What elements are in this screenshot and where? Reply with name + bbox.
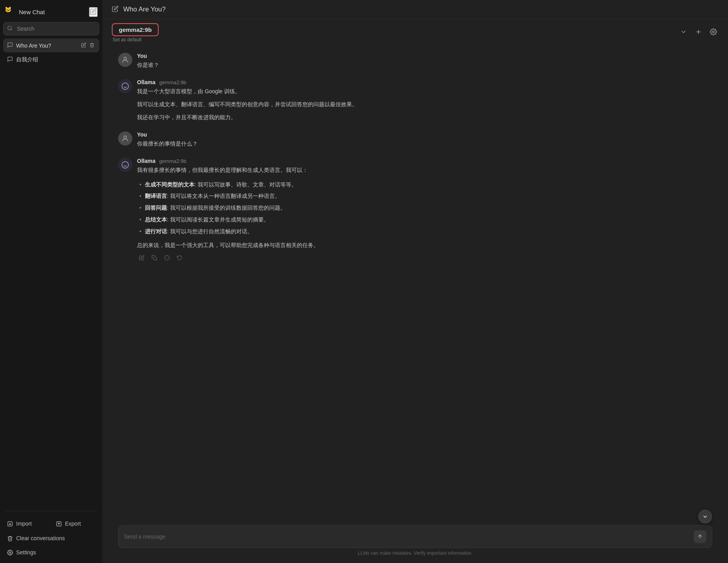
ollama-avatar-1 — [118, 79, 132, 93]
input-box — [118, 525, 712, 548]
model-selector-wrapper: gemma2:9b Set as default — [112, 23, 163, 42]
svg-point-6 — [9, 552, 11, 553]
export-label: Export — [65, 521, 81, 527]
chat-item-zi-wo-jie-shao[interactable]: 自我介绍 — [3, 53, 99, 66]
ollama-list: 生成不同类型的文本: 我可以写故事、诗歌、文章、对话等等。 翻译语言: 我可以将… — [137, 179, 712, 238]
sidebar-divider — [5, 511, 98, 511]
sidebar-footer: Import Export Clear conversations Settin… — [0, 514, 102, 563]
import-button[interactable]: Import — [3, 517, 50, 530]
model-selector-button[interactable]: gemma2:9b — [112, 23, 159, 36]
message-copy-button[interactable] — [150, 254, 159, 263]
message-row-user-1: You 你是谁？ — [118, 53, 712, 70]
user-avatar-2 — [118, 131, 132, 146]
ollama-para-3: 我还在学习中，并且不断改进我的能力。 — [137, 113, 712, 122]
settings-button[interactable]: Settings — [3, 546, 99, 559]
message-content-user-1: You 你是谁？ — [137, 53, 712, 70]
message-edit-button[interactable] — [137, 254, 146, 263]
chat-delete-button[interactable] — [89, 42, 95, 49]
message-paragraph: 你是谁？ — [137, 61, 712, 70]
model-tag-2: gemma2:9b — [159, 158, 187, 164]
svg-point-10 — [124, 57, 127, 60]
import-label: Import — [16, 521, 32, 527]
clear-conversations-button[interactable]: Clear conversations — [3, 532, 99, 545]
clear-conversations-label: Clear conversations — [16, 535, 65, 541]
message-row-ollama-1: Ollama gemma2:9b 我是一个大型语言模型，由 Google 训练。… — [118, 79, 712, 122]
new-chat-button[interactable] — [89, 7, 98, 17]
model-selector-area: gemma2:9b Set as default — [102, 19, 728, 45]
message-input[interactable] — [124, 533, 690, 540]
chat-item-label-2: 自我介绍 — [16, 56, 95, 63]
svg-rect-16 — [154, 257, 157, 260]
app-logo-icon: 🐱 — [5, 6, 16, 17]
message-info-button[interactable] — [162, 254, 172, 263]
model-controls — [678, 27, 719, 39]
message-content-user-2: You 你最擅长的事情是什么？ — [137, 131, 712, 148]
message-row-user-2: You 你最擅长的事情是什么？ — [118, 131, 712, 148]
user-avatar-1 — [118, 53, 132, 67]
list-item-3: 回答问题: 我可以根据我所接受的训练数据回答您的问题。 — [137, 202, 712, 214]
sidebar: 🐱 New Chat Who Are You? — [0, 0, 102, 563]
chat-item-who-are-you[interactable]: Who Are You? — [3, 39, 99, 52]
list-item-5: 进行对话: 我可以与您进行自然流畅的对话。 — [137, 226, 712, 238]
model-chevron-button[interactable] — [678, 27, 689, 39]
ollama-outro: 总的来说，我是一个强大的工具，可以帮助您完成各种与语言相关的任务。 — [137, 241, 712, 250]
message-text-ollama-2: 我有很多擅长的事情，但我最擅长的是理解和生成人类语言。我可以： 生成不同类型的文… — [137, 166, 712, 249]
chat-item-label: Who Are You? — [16, 42, 77, 49]
main-content: Who Are You? gemma2:9b Set as default — [102, 0, 728, 563]
message-sender-ollama-1: Ollama gemma2:9b — [137, 79, 712, 85]
message-sender-user-2: You — [137, 131, 712, 138]
chat-bubble-icon — [7, 42, 13, 49]
message-text-ollama-1: 我是一个大型语言模型，由 Google 训练。 我可以生成文本、翻译语言、编写不… — [137, 87, 712, 122]
search-icon — [7, 26, 13, 32]
new-chat-label: New Chat — [19, 9, 45, 15]
model-tag-1: gemma2:9b — [159, 79, 187, 85]
chat-bubble-icon-2 — [7, 56, 13, 63]
message-sender-user-1: You — [137, 53, 712, 59]
chat-area: You 你是谁？ Ollama gemma2:9b 我是一个大型语言模型，由 G… — [102, 45, 728, 521]
topbar-edit-icon — [112, 6, 119, 13]
search-input[interactable] — [3, 22, 99, 35]
disclaimer-text: LLMs can make mistakes. Verify important… — [118, 548, 712, 560]
export-button[interactable]: Export — [52, 517, 99, 530]
ollama-para-1: 我是一个大型语言模型，由 Google 训练。 — [137, 87, 712, 96]
send-button[interactable] — [694, 530, 706, 543]
topbar-title: Who Are You? — [123, 6, 166, 13]
model-settings-button[interactable] — [708, 27, 719, 39]
svg-point-0 — [8, 26, 11, 30]
svg-line-1 — [11, 29, 12, 30]
list-item-4: 总结文本: 我可以阅读长篇文章并生成简短的摘要。 — [137, 214, 712, 226]
chat-item-actions — [80, 42, 95, 49]
chat-edit-button[interactable] — [80, 42, 87, 49]
svg-point-9 — [713, 31, 715, 33]
message-content-ollama-2: Ollama gemma2:9b 我有很多擅长的事情，但我最擅长的是理解和生成人… — [137, 158, 712, 262]
svg-point-13 — [124, 136, 127, 139]
message-sender-ollama-2: Ollama gemma2:9b — [137, 158, 712, 164]
input-area: LLMs can make mistakes. Verify important… — [102, 521, 728, 563]
set-default-label: Set as default — [113, 37, 163, 42]
message-text-user-2: 你最擅长的事情是什么？ — [137, 139, 712, 148]
model-add-button[interactable] — [693, 27, 704, 39]
sidebar-header: 🐱 New Chat — [0, 3, 102, 20]
settings-label: Settings — [16, 549, 36, 556]
message-row-ollama-2: Ollama gemma2:9b 我有很多擅长的事情，但我最擅长的是理解和生成人… — [118, 158, 712, 262]
list-item-1: 生成不同类型的文本: 我可以写故事、诗歌、文章、对话等等。 — [137, 179, 712, 191]
ollama-para-2: 我可以生成文本、翻译语言、编写不同类型的创意内容，并尝试回答您的问题以最佳效果。 — [137, 100, 712, 109]
message-regenerate-button[interactable] — [175, 254, 184, 263]
message-text-user-1: 你是谁？ — [137, 61, 712, 70]
ollama-intro: 我有很多擅长的事情，但我最擅长的是理解和生成人类语言。我可以： — [137, 166, 712, 175]
sidebar-logo-area: 🐱 New Chat — [5, 6, 45, 17]
search-container — [3, 22, 99, 35]
list-item-2: 翻译语言: 我可以将文本从一种语言翻译成另一种语言。 — [137, 190, 712, 202]
user-msg-2: 你最擅长的事情是什么？ — [137, 139, 712, 148]
message-content-ollama-1: Ollama gemma2:9b 我是一个大型语言模型，由 Google 训练。… — [137, 79, 712, 122]
scroll-bottom-button[interactable] — [698, 509, 712, 524]
import-export-row: Import Export — [3, 517, 99, 530]
chat-list: Who Are You? 自我介绍 — [0, 39, 102, 508]
topbar: Who Are You? — [102, 0, 728, 19]
message-actions — [137, 254, 712, 263]
ollama-avatar-2 — [118, 158, 132, 172]
